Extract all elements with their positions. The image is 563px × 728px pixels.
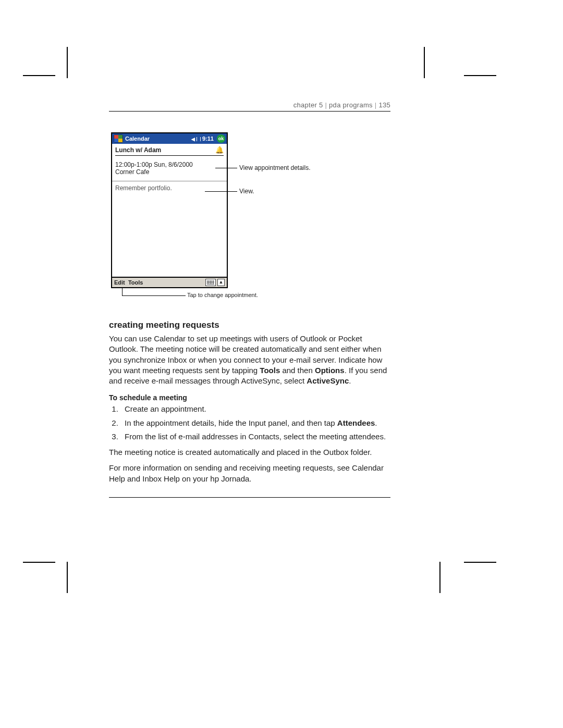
input-panel-arrow-icon[interactable]: ▲ [217, 279, 225, 286]
reminder-icon: 🔔 [215, 146, 224, 154]
keyboard-icon[interactable] [205, 279, 216, 286]
crop-mark [464, 562, 496, 563]
appointment-location: Corner Cafe [115, 168, 224, 176]
pda-screenshot: Calendar 9:11 ok Lunch w/ Adam 🔔 12:00p-… [111, 132, 228, 288]
header-rule [109, 111, 390, 112]
callout-viewnote: View. [239, 188, 254, 195]
crop-mark [424, 47, 425, 78]
page-number: 135 [378, 101, 390, 109]
speaker-icon [191, 135, 195, 142]
crop-mark [67, 47, 68, 78]
callout-details: View appointment details. [239, 164, 311, 171]
subsection-heading: To schedule a meeting [109, 393, 390, 402]
callout-tap-edit: Tap to change appointment. [187, 292, 258, 298]
crop-mark [67, 562, 68, 593]
callout-line [205, 191, 237, 192]
step-2: In the appointment details, hide the Inp… [120, 418, 390, 428]
paragraph-outbox: The meeting notice is created automatica… [109, 447, 390, 458]
footer-rule [109, 497, 390, 498]
appointment-datetime: 12:00p-1:00p Sun, 8/6/2000 [115, 161, 224, 168]
menu-bar: Edit Tools ▲ [112, 277, 227, 287]
appointment-subject: Lunch w/ Adam [115, 146, 161, 154]
clock: 9:11 [191, 135, 214, 142]
step-1: Create an appointment. [120, 404, 390, 414]
section-heading: creating meeting requests [109, 320, 390, 330]
paragraph-intro: You can use Calendar to set up meetings … [109, 334, 390, 386]
title-bar[interactable]: Calendar 9:11 ok [112, 133, 227, 144]
callout-line [215, 168, 237, 168]
paragraph-moreinfo: For more information on sending and rece… [109, 463, 390, 484]
callout-line [122, 295, 186, 296]
crop-mark [23, 75, 55, 76]
appointment-subject-row[interactable]: Lunch w/ Adam 🔔 [115, 146, 224, 156]
ok-button[interactable]: ok [217, 134, 225, 143]
app-title: Calendar [125, 135, 150, 142]
step-3: From the list of e-mail addresses in Con… [120, 431, 390, 442]
crop-mark [464, 75, 496, 76]
crop-mark [439, 562, 440, 593]
callout-line [122, 287, 123, 295]
chapter-label: chapter 5 [293, 101, 323, 109]
clock-time: 9:11 [202, 135, 214, 142]
section-label: pda programs [329, 101, 373, 109]
start-icon[interactable] [114, 134, 123, 143]
step-list: Create an appointment. In the appointmen… [120, 404, 390, 442]
appointment-note[interactable]: Remember portfolio. [112, 181, 227, 263]
figure-calendar-detail: Calendar 9:11 ok Lunch w/ Adam 🔔 12:00p-… [109, 132, 390, 310]
running-header: chapter 5pda programs135 [109, 101, 390, 109]
menu-tools[interactable]: Tools [128, 279, 143, 286]
signal-icon [197, 137, 201, 141]
crop-mark [23, 562, 55, 563]
menu-edit[interactable]: Edit [114, 279, 125, 286]
